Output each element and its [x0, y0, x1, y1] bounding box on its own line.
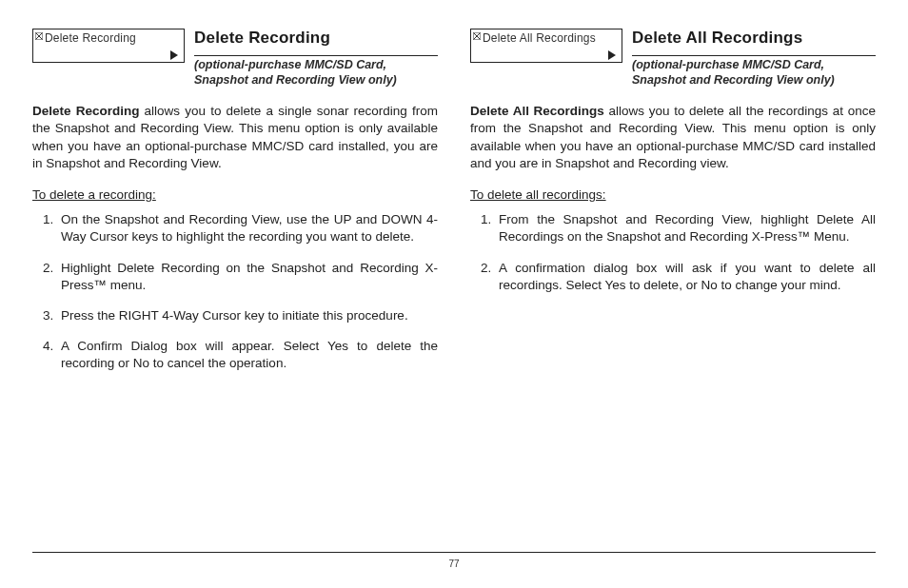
close-icon: [35, 32, 43, 42]
menu-preview-label: Delete All Recordings: [483, 31, 596, 45]
menu-preview-label: Delete Recording: [45, 31, 136, 45]
step-item: Press the RIGHT 4-Way Cursor key to init…: [57, 307, 438, 324]
arrow-right-icon: [170, 50, 178, 60]
section-description: Delete All Recordings allows you to dele…: [470, 103, 876, 172]
close-icon: [473, 32, 481, 42]
left-column: Delete Recording Delete Recording (optio…: [32, 29, 438, 552]
step-item: A confirmation dialog box will ask if yo…: [495, 260, 876, 294]
procedure-steps: On the Snapshot and Recording View, use …: [32, 211, 438, 373]
step-item: Highlight Delete Recording on the Snapsh…: [57, 260, 438, 294]
section-description: Delete Recording allows you to delete a …: [32, 103, 438, 172]
description-lead: Delete All Recordings: [470, 104, 604, 118]
menu-preview-box: Delete All Recordings: [470, 29, 622, 63]
page-number: 77: [448, 559, 459, 569]
procedure-steps: From the Snapshot and Recording View, hi…: [470, 211, 876, 294]
subtitle-line-1: (optional-purchase MMC/SD Card,: [194, 58, 386, 71]
section-title: Delete All Recordings: [632, 29, 876, 56]
title-block: Delete Recording (optional-purchase MMC/…: [194, 29, 438, 91]
page-footer: 77: [32, 552, 876, 569]
section-header: Delete All Recordings Delete All Recordi…: [470, 29, 876, 91]
section-header: Delete Recording Delete Recording (optio…: [32, 29, 438, 91]
svg-marker-3: [170, 50, 178, 60]
section-subtitle: (optional-purchase MMC/SD Card, Snapshot…: [632, 58, 876, 91]
subtitle-line-2: Snapshot and Recording View only): [632, 73, 835, 87]
step-item: On the Snapshot and Recording View, use …: [57, 211, 438, 245]
subtitle-line-1: (optional-purchase MMC/SD Card,: [632, 58, 824, 71]
manual-page: Delete Recording Delete Recording (optio…: [0, 0, 908, 588]
description-lead: Delete Recording: [32, 104, 139, 118]
menu-preview-box: Delete Recording: [32, 29, 185, 63]
title-block: Delete All Recordings (optional-purchase…: [632, 29, 876, 91]
procedure-heading: To delete a recording:: [32, 187, 438, 202]
section-title: Delete Recording: [194, 29, 438, 56]
svg-marker-7: [608, 50, 616, 60]
step-item: A Confirm Dialog box will appear. Select…: [57, 338, 438, 372]
section-subtitle: (optional-purchase MMC/SD Card, Snapshot…: [194, 58, 438, 91]
right-column: Delete All Recordings Delete All Recordi…: [470, 29, 876, 552]
step-item: From the Snapshot and Recording View, hi…: [495, 211, 876, 245]
subtitle-line-2: Snapshot and Recording View only): [194, 73, 397, 87]
arrow-right-icon: [608, 50, 616, 60]
procedure-heading: To delete all recordings:: [470, 187, 876, 202]
content-columns: Delete Recording Delete Recording (optio…: [32, 29, 876, 552]
